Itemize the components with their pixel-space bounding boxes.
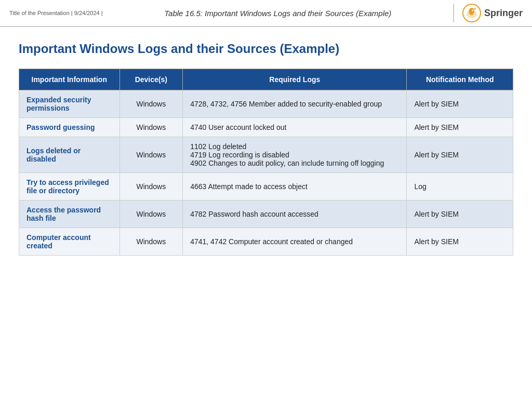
cell-logs: 4782 Password hash account accessed — [183, 201, 407, 228]
table-row: Password guessingWindows4740 User accoun… — [19, 118, 513, 137]
cell-devices: Windows — [119, 173, 183, 201]
table-row: Computer account createdWindows4741, 474… — [19, 228, 513, 256]
table-row: Access the password hash fileWindows4782… — [19, 201, 513, 228]
cell-devices: Windows — [119, 90, 183, 118]
cell-important: Expanded security permissions — [19, 90, 120, 118]
cell-logs: 4741, 4742 Computer account created or c… — [183, 228, 407, 256]
cell-notification: Log — [407, 173, 513, 201]
col-header-notification: Notification Method — [407, 69, 513, 90]
cell-logs: 4728, 4732, 4756 Member added to securit… — [183, 90, 407, 118]
main-content: Important Windows Logs and their Sources… — [0, 27, 532, 266]
windows-logs-table: Important Information Device(s) Required… — [19, 69, 513, 256]
springer-horse-icon — [462, 4, 481, 22]
page-title: Important Windows Logs and their Sources… — [19, 42, 513, 56]
springer-label: Springer — [484, 8, 523, 19]
header-title: Table 16.5: Important Windows Logs and t… — [103, 9, 453, 18]
cell-important: Logs deleted or disabled — [19, 137, 120, 173]
cell-important: Password guessing — [19, 118, 120, 137]
cell-notification: Alert by SIEM — [407, 90, 513, 118]
table-row: Expanded security permissionsWindows4728… — [19, 90, 513, 118]
cell-devices: Windows — [119, 118, 183, 137]
table-row: Try to access privileged file or directo… — [19, 173, 513, 201]
cell-devices: Windows — [119, 201, 183, 228]
cell-logs: 4740 User account locked out — [183, 118, 407, 137]
table-header-row: Important Information Device(s) Required… — [19, 69, 513, 90]
header-bar: Title of the Presentation | 9/24/2024 | … — [0, 0, 532, 27]
cell-notification: Alert by SIEM — [407, 118, 513, 137]
cell-notification: Alert by SIEM — [407, 228, 513, 256]
cell-important: Try to access privileged file or directo… — [19, 173, 120, 201]
table-row: Logs deleted or disabledWindows1102 Log … — [19, 137, 513, 173]
cell-notification: Alert by SIEM — [407, 201, 513, 228]
cell-logs: 4663 Attempt made to access object — [183, 173, 407, 201]
header-left-label: Title of the Presentation | 9/24/2024 | — [9, 10, 103, 16]
cell-devices: Windows — [119, 228, 183, 256]
col-header-important: Important Information — [19, 69, 120, 90]
cell-important: Access the password hash file — [19, 201, 120, 228]
cell-important: Computer account created — [19, 228, 120, 256]
cell-devices: Windows — [119, 137, 183, 173]
cell-notification: Alert by SIEM — [407, 137, 513, 173]
col-header-devices: Device(s) — [119, 69, 183, 90]
cell-logs: 1102 Log deleted4719 Log recording is di… — [183, 137, 407, 173]
springer-logo: Springer — [453, 4, 523, 22]
svg-point-2 — [472, 10, 473, 11]
col-header-logs: Required Logs — [183, 69, 407, 90]
